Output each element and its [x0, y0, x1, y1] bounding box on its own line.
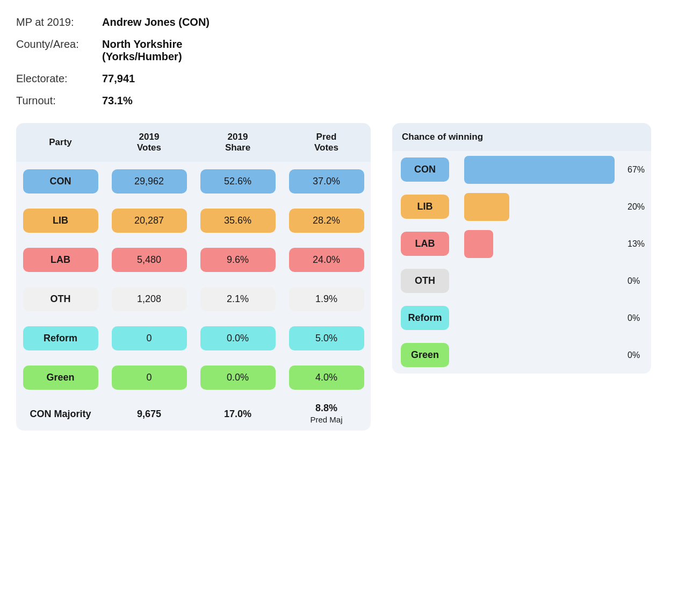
footer-votes: 9,675	[105, 397, 193, 431]
share-cell: 0.0%	[193, 358, 282, 397]
chance-row: Reform 0%	[392, 299, 651, 336]
chance-pct: 13%	[621, 225, 651, 262]
chance-bar	[458, 151, 621, 188]
electorate-label: Electorate:	[16, 73, 102, 85]
electorate-row: Electorate: 77,941	[16, 73, 662, 85]
footer-row: CON Majority 9,675 17.0% 8.8%Pred Maj	[16, 397, 371, 431]
table-row: CON 29,962 52.6% 37.0%	[16, 162, 371, 201]
votes-cell: 0	[105, 319, 193, 358]
pred-cell: 1.9%	[282, 280, 371, 319]
chance-table: Chance of winning CON 67% LIB	[392, 123, 651, 374]
chance-header: Chance of winning	[392, 123, 651, 151]
chance-row: LIB 20%	[392, 188, 651, 225]
col-votes: 2019Votes	[105, 123, 193, 162]
party-cell: CON	[16, 162, 105, 201]
votes-cell: 1,208	[105, 280, 193, 319]
county-label: County/Area:	[16, 38, 102, 51]
chance-bar	[458, 225, 621, 262]
turnout-row: Turnout: 73.1%	[16, 95, 662, 107]
chance-row: OTH 0%	[392, 262, 651, 299]
table-row: LAB 5,480 9.6% 24.0%	[16, 240, 371, 280]
pred-cell: 24.0%	[282, 240, 371, 280]
main-table-wrap: Party 2019Votes 2019Share PredVotes CON …	[16, 123, 371, 431]
turnout-value: 73.1%	[102, 95, 133, 107]
col-pred: PredVotes	[282, 123, 371, 162]
footer-label: CON Majority	[16, 397, 105, 431]
chance-row: LAB 13%	[392, 225, 651, 262]
electorate-value: 77,941	[102, 73, 135, 85]
chance-bar	[458, 262, 621, 299]
pred-cell: 5.0%	[282, 319, 371, 358]
chance-party: Reform	[392, 299, 458, 336]
chance-party: Green	[392, 336, 458, 374]
share-cell: 0.0%	[193, 319, 282, 358]
chance-bar	[458, 336, 621, 374]
col-share: 2019Share	[193, 123, 282, 162]
party-cell: LAB	[16, 240, 105, 280]
chance-bar	[458, 299, 621, 336]
turnout-label: Turnout:	[16, 95, 102, 107]
chance-pct: 0%	[621, 262, 651, 299]
share-cell: 35.6%	[193, 201, 282, 240]
party-cell: Reform	[16, 319, 105, 358]
chance-party: CON	[392, 151, 458, 188]
party-cell: Green	[16, 358, 105, 397]
pred-cell: 37.0%	[282, 162, 371, 201]
votes-cell: 0	[105, 358, 193, 397]
share-cell: 9.6%	[193, 240, 282, 280]
footer-share: 17.0%	[193, 397, 282, 431]
tables-container: Party 2019Votes 2019Share PredVotes CON …	[16, 123, 662, 431]
mp-label: MP at 2019:	[16, 16, 102, 28]
chance-party: LAB	[392, 225, 458, 262]
chance-party: LIB	[392, 188, 458, 225]
main-table: Party 2019Votes 2019Share PredVotes CON …	[16, 123, 371, 431]
chance-pct: 0%	[621, 336, 651, 374]
chance-bar	[458, 188, 621, 225]
pred-cell: 28.2%	[282, 201, 371, 240]
chance-party: OTH	[392, 262, 458, 299]
chance-row: CON 67%	[392, 151, 651, 188]
table-row: OTH 1,208 2.1% 1.9%	[16, 280, 371, 319]
party-cell: LIB	[16, 201, 105, 240]
party-cell: OTH	[16, 280, 105, 319]
pred-cell: 4.0%	[282, 358, 371, 397]
chance-pct: 67%	[621, 151, 651, 188]
votes-cell: 5,480	[105, 240, 193, 280]
chance-pct: 20%	[621, 188, 651, 225]
votes-cell: 20,287	[105, 201, 193, 240]
chance-table-wrap: Chance of winning CON 67% LIB	[392, 123, 651, 374]
info-section: MP at 2019: Andrew Jones (CON) County/Ar…	[16, 16, 662, 107]
mp-value: Andrew Jones (CON)	[102, 16, 210, 28]
votes-cell: 29,962	[105, 162, 193, 201]
col-party: Party	[16, 123, 105, 162]
county-row: County/Area: North Yorkshire (Yorks/Humb…	[16, 38, 662, 63]
share-cell: 2.1%	[193, 280, 282, 319]
table-row: Green 0 0.0% 4.0%	[16, 358, 371, 397]
footer-pred: 8.8%Pred Maj	[282, 397, 371, 431]
chance-pct: 0%	[621, 299, 651, 336]
table-row: Reform 0 0.0% 5.0%	[16, 319, 371, 358]
chance-row: Green 0%	[392, 336, 651, 374]
mp-row: MP at 2019: Andrew Jones (CON)	[16, 16, 662, 28]
table-row: LIB 20,287 35.6% 28.2%	[16, 201, 371, 240]
share-cell: 52.6%	[193, 162, 282, 201]
county-value: North Yorkshire (Yorks/Humber)	[102, 38, 182, 63]
